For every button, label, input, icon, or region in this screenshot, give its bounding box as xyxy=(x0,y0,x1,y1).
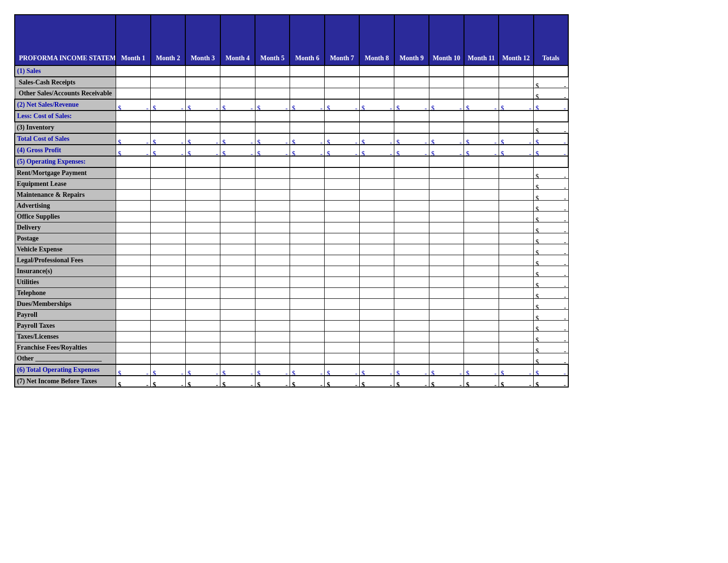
table-row: Other ____________________$- xyxy=(15,353,568,365)
currency-cell: $- xyxy=(534,332,568,342)
empty-cell xyxy=(325,65,359,77)
empty-cell xyxy=(394,299,429,310)
empty-cell xyxy=(499,288,533,299)
empty-cell xyxy=(116,190,150,201)
empty-cell xyxy=(429,342,464,353)
currency-cell: $- xyxy=(151,145,185,156)
empty-cell xyxy=(359,332,394,342)
header-month-6: Month 6 xyxy=(290,15,324,65)
empty-cell xyxy=(359,167,394,179)
currency-cell: $- xyxy=(534,179,568,190)
empty-cell xyxy=(429,167,464,179)
row-label: Telephone xyxy=(15,288,116,299)
empty-cell xyxy=(116,77,150,88)
empty-cell xyxy=(359,212,394,222)
empty-cell xyxy=(151,222,185,233)
empty-cell xyxy=(464,299,499,310)
empty-cell xyxy=(185,111,220,122)
currency-cell: $- xyxy=(394,364,429,376)
currency-cell: $- xyxy=(429,99,464,111)
empty-cell xyxy=(151,233,185,244)
table-row: Legal/Professional Fees$- xyxy=(15,255,568,266)
empty-cell xyxy=(325,233,359,244)
empty-cell xyxy=(394,190,429,201)
empty-cell xyxy=(151,122,185,133)
currency-cell: $- xyxy=(185,133,220,145)
table-row: Delivery$- xyxy=(15,222,568,233)
currency-cell: $- xyxy=(464,376,499,387)
empty-cell xyxy=(464,332,499,342)
empty-cell xyxy=(220,222,255,233)
empty-cell xyxy=(290,332,324,342)
empty-cell xyxy=(116,266,150,277)
empty-cell xyxy=(185,353,220,365)
table-row: Franchise Fees/Royalties$- xyxy=(15,342,568,353)
empty-cell xyxy=(290,233,324,244)
empty-cell xyxy=(464,353,499,365)
currency-cell: $- xyxy=(151,99,185,111)
table-row: Postage$- xyxy=(15,233,568,244)
empty-cell xyxy=(359,342,394,353)
empty-cell xyxy=(185,321,220,332)
empty-cell xyxy=(116,332,150,342)
empty-cell xyxy=(220,353,255,365)
empty-cell xyxy=(464,77,499,88)
currency-cell: $- xyxy=(534,99,568,111)
currency-cell: $- xyxy=(255,376,290,387)
currency-cell: $- xyxy=(499,99,533,111)
currency-cell: $- xyxy=(464,133,499,145)
empty-cell xyxy=(534,65,568,77)
header-month-1: Month 1 xyxy=(116,15,150,65)
currency-cell: $- xyxy=(220,145,255,156)
empty-cell xyxy=(116,179,150,190)
empty-cell xyxy=(464,233,499,244)
row-label: (6) Total Operating Expenses xyxy=(15,364,116,376)
header-month-2: Month 2 xyxy=(151,15,185,65)
empty-cell xyxy=(499,167,533,179)
table-row: Insurance(s)$- xyxy=(15,266,568,277)
header-month-10: Month 10 xyxy=(429,15,464,65)
empty-cell xyxy=(359,88,394,100)
empty-cell xyxy=(185,342,220,353)
table-row: (5) Operating Expenses: xyxy=(15,156,568,167)
currency-cell: $- xyxy=(534,266,568,277)
empty-cell xyxy=(499,321,533,332)
empty-cell xyxy=(255,156,290,167)
currency-cell: $- xyxy=(534,167,568,179)
empty-cell xyxy=(325,353,359,365)
empty-cell xyxy=(151,190,185,201)
currency-cell: $- xyxy=(325,133,359,145)
empty-cell xyxy=(464,167,499,179)
empty-cell xyxy=(185,212,220,222)
empty-cell xyxy=(220,342,255,353)
currency-cell: $- xyxy=(534,233,568,244)
empty-cell xyxy=(464,156,499,167)
table-row: Utilities$- xyxy=(15,277,568,288)
row-label: Vehicle Expense xyxy=(15,244,116,255)
empty-cell xyxy=(151,321,185,332)
empty-cell xyxy=(394,65,429,77)
empty-cell xyxy=(151,310,185,321)
row-label: Utilities xyxy=(15,277,116,288)
empty-cell xyxy=(290,288,324,299)
row-label: (1) Sales xyxy=(15,65,116,77)
currency-cell: $- xyxy=(185,376,220,387)
empty-cell xyxy=(255,342,290,353)
currency-cell: $- xyxy=(116,364,150,376)
empty-cell xyxy=(185,222,220,233)
currency-cell: $- xyxy=(464,145,499,156)
currency-cell: $- xyxy=(394,376,429,387)
empty-cell xyxy=(220,167,255,179)
empty-cell xyxy=(325,321,359,332)
empty-cell xyxy=(116,167,150,179)
header-month-4: Month 4 xyxy=(220,15,255,65)
empty-cell xyxy=(255,167,290,179)
empty-cell xyxy=(499,156,533,167)
empty-cell xyxy=(116,233,150,244)
empty-cell xyxy=(464,321,499,332)
header-month-5: Month 5 xyxy=(255,15,290,65)
empty-cell xyxy=(325,277,359,288)
table-row: (6) Total Operating Expenses$-$-$-$-$-$-… xyxy=(15,364,568,376)
empty-cell xyxy=(499,201,533,212)
currency-cell: $- xyxy=(534,376,568,387)
